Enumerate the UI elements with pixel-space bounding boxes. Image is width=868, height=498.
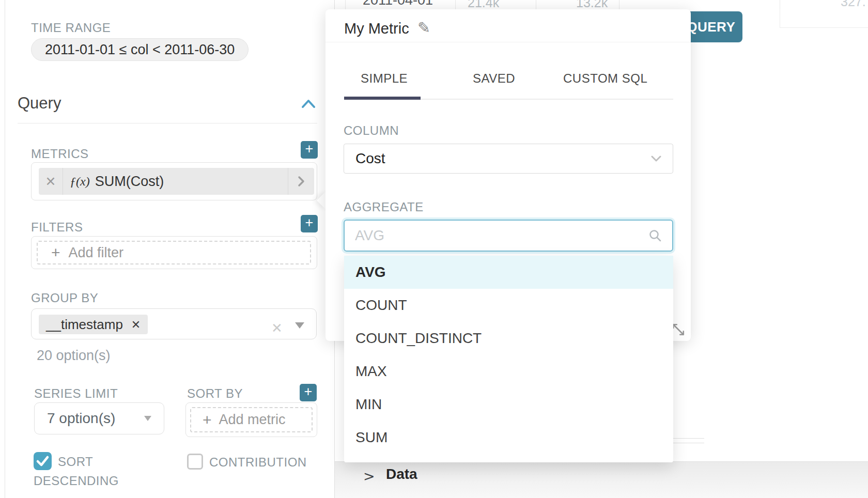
contribution-label: CONTRIBUTION	[209, 455, 307, 469]
edit-title-pencil-icon[interactable]: ✎	[417, 19, 430, 37]
fx-function-icon: ƒ(x)	[70, 175, 90, 189]
table-grid-line	[455, 0, 456, 9]
table-grid-line	[780, 27, 868, 28]
add-metric-placeholder: Add metric	[219, 412, 286, 428]
plus-icon: +	[203, 411, 212, 429]
series-limit-label: SERIES LIMIT	[34, 386, 118, 401]
chevron-right-icon[interactable]	[288, 176, 314, 187]
column-label: COLUMN	[344, 123, 399, 138]
metric-popover-title: My Metric	[344, 20, 409, 37]
table-cell-value: 13.2k	[576, 0, 608, 9]
panel-edge-line	[673, 443, 704, 443]
tab-custom-sql[interactable]: CUSTOM SQL	[563, 71, 647, 86]
tab-simple[interactable]: SIMPLE	[361, 71, 408, 86]
caret-down-icon[interactable]	[295, 322, 304, 329]
panel-left-border	[5, 0, 5, 498]
add-filter-placeholder: Add filter	[69, 245, 124, 261]
series-limit-select[interactable]: 7 option(s)	[34, 402, 164, 434]
metric-name: SUM(Cost)	[95, 174, 164, 190]
table-cell-value: 327.77	[841, 0, 868, 9]
aggregate-combobox	[344, 220, 673, 252]
remove-metric-icon[interactable]: ✕	[39, 174, 63, 189]
pill-divider	[63, 168, 63, 195]
data-collapse-panel[interactable]: > Data	[335, 461, 868, 498]
query-section-title: Query	[18, 94, 61, 113]
contribution-control: CONTRIBUTION	[187, 454, 321, 471]
caret-down-icon	[144, 416, 151, 421]
resize-handle-icon[interactable]	[672, 323, 685, 336]
contribution-checkbox[interactable]	[187, 454, 203, 470]
section-divider	[18, 123, 317, 123]
results-table-fragment: 2011-04-01 00:00:00 21.4k 13.2k 327.77	[335, 0, 868, 9]
clear-select-icon[interactable]: ✕	[271, 320, 283, 336]
chevron-down-icon	[651, 155, 661, 162]
remove-tag-icon[interactable]: ✕	[131, 318, 141, 331]
tab-saved[interactable]: SAVED	[473, 71, 515, 86]
group-by-tag[interactable]: __timestamp ✕	[39, 315, 148, 334]
add-metric-button[interactable]: +	[301, 141, 318, 159]
chevron-right-icon[interactable]: >	[363, 468, 375, 484]
group-by-label: GROUP BY	[31, 291, 98, 305]
aggregate-label: AGGREGATE	[344, 200, 424, 214]
metrics-label: METRICS	[31, 147, 89, 161]
explore-screen: 2011-04-01 00:00:00 21.4k 13.2k 327.77 R…	[0, 0, 868, 498]
add-filter-dropzone[interactable]: + Add filter	[37, 241, 311, 264]
sort-descending-control: SORT DESCENDING	[34, 452, 147, 490]
popover-header-divider	[326, 42, 691, 42]
column-select[interactable]: Cost	[344, 144, 673, 174]
sort-by-label: SORT BY	[187, 386, 243, 401]
group-by-tag-text: __timestamp	[46, 317, 123, 333]
table-grid-line	[536, 0, 536, 9]
time-range-pill[interactable]: 2011-01-01 ≤ col < 2011-06-30	[31, 38, 249, 61]
aggregate-option-count-distinct[interactable]: COUNT_DISTINCT	[344, 322, 673, 355]
metric-pill[interactable]: ✕ ƒ(x) SUM(Cost)	[39, 168, 314, 195]
series-limit-value: 7 option(s)	[47, 410, 144, 427]
table-grid-line	[780, 9, 780, 27]
aggregate-option-avg[interactable]: AVG	[344, 256, 673, 289]
chevron-up-icon[interactable]	[301, 98, 316, 110]
aggregate-option-max[interactable]: MAX	[344, 355, 673, 388]
aggregate-input[interactable]	[355, 227, 648, 244]
active-tab-underline	[344, 97, 421, 100]
data-panel-title: Data	[386, 466, 417, 483]
add-sort-metric-dropzone[interactable]: + Add metric	[190, 407, 313, 432]
aggregate-option-count[interactable]: COUNT	[344, 289, 673, 322]
table-grid-line	[345, 0, 346, 9]
plus-icon: +	[51, 244, 60, 261]
time-range-label: TIME RANGE	[31, 21, 111, 35]
aggregate-dropdown: AVG COUNT COUNT_DISTINCT MAX MIN SUM	[344, 256, 673, 462]
add-sort-metric-button[interactable]: +	[300, 384, 317, 401]
table-cell-value: 21.4k	[468, 0, 499, 9]
check-icon	[34, 452, 52, 470]
table-grid-line	[780, 0, 780, 9]
table-grid-line	[619, 0, 619, 9]
column-select-value: Cost	[355, 150, 651, 167]
search-icon	[648, 229, 662, 242]
group-by-options-hint: 20 option(s)	[37, 348, 111, 364]
filters-label: FILTERS	[31, 220, 83, 235]
add-filter-button[interactable]: +	[301, 215, 318, 232]
panel-edge-line	[673, 438, 704, 439]
aggregate-option-sum[interactable]: SUM	[344, 421, 673, 454]
aggregate-option-min[interactable]: MIN	[344, 388, 673, 421]
sort-descending-checkbox[interactable]	[34, 452, 52, 470]
